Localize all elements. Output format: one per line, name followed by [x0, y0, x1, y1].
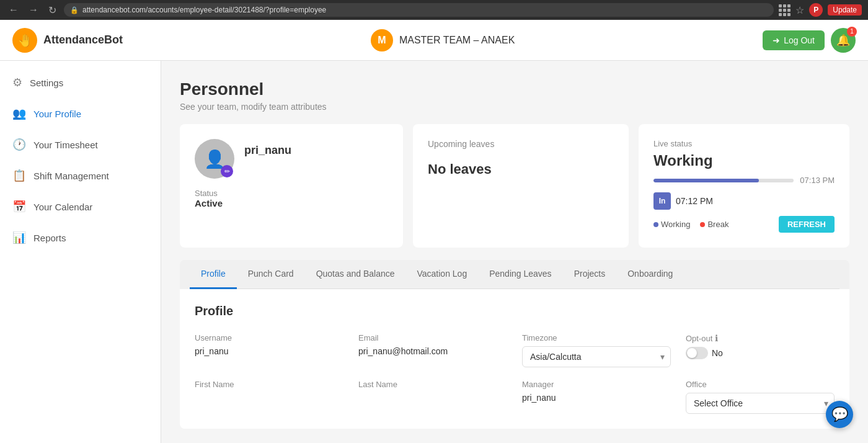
- clock-icon: 🕐: [12, 138, 26, 151]
- browser-chrome: ← → ↻ 🔒 attendancebot.com/accounts/emplo…: [0, 0, 868, 20]
- legend-break: Break: [700, 220, 728, 229]
- sidebar-item-shift-management-label: Shift Management: [33, 171, 109, 181]
- browser-star-button[interactable]: ☆: [795, 4, 804, 16]
- browser-forward-button[interactable]: →: [26, 3, 41, 17]
- app-name: AttendanceBot: [43, 34, 123, 47]
- legend-row: Working Break REFRESH: [653, 216, 835, 233]
- notification-button[interactable]: 🔔 1: [831, 28, 856, 53]
- live-status-card: Live status Working 07:13 PM In 07:12 PM…: [639, 124, 849, 248]
- app-header: 🤚 AttendanceBot M MASTER TEAM – ANAEK ➜ …: [0, 20, 868, 61]
- live-status-label: Live status: [653, 139, 835, 148]
- optout-field: Opt-out ℹ No: [686, 333, 835, 367]
- team-info: M MASTER TEAM – ANAEK: [371, 29, 515, 51]
- timezone-select[interactable]: Asia/Calcutta: [522, 346, 671, 367]
- leaves-heading: Upcoming leaves: [428, 139, 614, 149]
- browser-update-button[interactable]: Update: [828, 4, 862, 16]
- manager-value: pri_nanu: [522, 393, 671, 403]
- sidebar-item-your-profile-label: Your Profile: [33, 109, 81, 119]
- logo-icon: 🤚: [12, 28, 37, 53]
- progress-row: 07:13 PM: [653, 176, 835, 185]
- info-icon[interactable]: ℹ: [715, 333, 718, 343]
- app-logo: 🤚 AttendanceBot: [12, 28, 123, 53]
- punch-in-icon: In: [653, 192, 671, 210]
- tab-projects[interactable]: Projects: [563, 260, 617, 289]
- tab-quotas-and-balance[interactable]: Quotas and Balance: [305, 260, 406, 289]
- optout-label: Opt-out ℹ: [686, 333, 835, 343]
- progress-time: 07:13 PM: [800, 176, 835, 185]
- sidebar-item-reports-label: Reports: [33, 233, 66, 243]
- sidebar-item-your-timesheet-label: Your Timesheet: [33, 140, 98, 150]
- status-label: Status: [195, 189, 388, 198]
- edit-icon: ✏: [224, 168, 230, 176]
- tab-profile[interactable]: Profile: [190, 260, 237, 289]
- page-title: Personnel: [180, 79, 849, 99]
- sidebar-item-shift-management[interactable]: 📋 Shift Management: [0, 160, 161, 191]
- punch-time: 07:12 PM: [676, 196, 713, 206]
- legend-working: Working: [653, 220, 690, 229]
- email-value: pri_nanu@hotmail.com: [358, 346, 507, 356]
- page-subtitle: See your team, modify team attributes: [180, 102, 849, 112]
- notification-badge: 1: [847, 27, 857, 37]
- url-text: attendancebot.com/accounts/employee-deta…: [82, 6, 326, 14]
- profile-card: 👤 ✏ pri_nanu Status Active: [180, 124, 403, 248]
- username-field: Username pri_nanu: [195, 333, 343, 367]
- email-label: Email: [358, 333, 507, 342]
- toggle-knob: [687, 348, 697, 358]
- logout-button[interactable]: ➜ Log Out: [763, 30, 825, 50]
- firstname-field: First Name: [195, 380, 343, 414]
- main-content: Personnel See your team, modify team att…: [161, 61, 868, 443]
- punch-row: In 07:12 PM: [653, 192, 835, 210]
- calendar-icon: 📅: [12, 200, 26, 213]
- email-field: Email pri_nanu@hotmail.com: [358, 333, 507, 367]
- username-value: pri_nanu: [195, 346, 343, 356]
- profile-avatar-wrap: 👤 ✏ pri_nanu: [195, 139, 388, 179]
- optout-toggle[interactable]: [686, 347, 708, 359]
- refresh-button[interactable]: REFRESH: [779, 216, 835, 233]
- tab-pending-leaves[interactable]: Pending Leaves: [478, 260, 562, 289]
- team-name: MASTER TEAM – ANAEK: [399, 35, 515, 46]
- break-dot: [700, 222, 705, 227]
- sidebar-item-your-calendar[interactable]: 📅 Your Calendar: [0, 191, 161, 222]
- edit-avatar-button[interactable]: ✏: [221, 165, 233, 177]
- header-actions: ➜ Log Out 🔔 1: [763, 28, 856, 53]
- browser-back-button[interactable]: ←: [6, 3, 21, 17]
- grid-icon[interactable]: [779, 4, 790, 16]
- sidebar-item-your-timesheet[interactable]: 🕐 Your Timesheet: [0, 129, 161, 160]
- timezone-select-wrap[interactable]: Asia/Calcutta ▾: [522, 346, 671, 367]
- logout-label: Log Out: [784, 35, 815, 45]
- chat-bubble-button[interactable]: 💬: [826, 401, 853, 428]
- team-avatar: M: [371, 29, 393, 51]
- office-select[interactable]: Select Office: [686, 393, 835, 414]
- progress-bar-fill: [653, 179, 759, 182]
- office-field[interactable]: Office Select Office ▾: [686, 380, 835, 414]
- progress-bar: [653, 179, 794, 182]
- sidebar-item-settings[interactable]: ⚙ Settings: [0, 67, 161, 98]
- leaves-card: Upcoming leaves No leaves: [413, 124, 629, 248]
- legend-working-label: Working: [661, 220, 690, 229]
- optout-value: No: [712, 348, 723, 358]
- working-dot: [653, 222, 658, 227]
- manager-label: Manager: [522, 380, 671, 389]
- app-body: ⚙ Settings 👥 Your Profile 🕐 Your Timeshe…: [0, 61, 868, 443]
- profile-form: Username pri_nanu Email pri_nanu@hotmail…: [195, 333, 835, 414]
- profile-username: pri_nanu: [244, 144, 291, 157]
- manager-field: Manager pri_nanu: [522, 380, 671, 414]
- office-select-wrap[interactable]: Select Office ▾: [686, 393, 835, 414]
- tab-vacation-log[interactable]: Vacation Log: [406, 260, 479, 289]
- timezone-field[interactable]: Timezone Asia/Calcutta ▾: [522, 333, 671, 367]
- optout-row: No: [686, 347, 835, 359]
- browser-refresh-button[interactable]: ↻: [46, 3, 59, 17]
- no-leaves-text: No leaves: [428, 161, 614, 177]
- address-bar[interactable]: 🔒 attendancebot.com/accounts/employee-de…: [64, 3, 774, 17]
- tabs-row: Profile Punch Card Quotas and Balance Va…: [190, 260, 839, 289]
- tab-onboarding[interactable]: Onboarding: [616, 260, 684, 289]
- profile-section-title: Profile: [195, 304, 835, 318]
- sidebar-item-your-profile[interactable]: 👥 Your Profile: [0, 98, 161, 129]
- status-value: Active: [195, 198, 388, 208]
- sidebar-item-reports[interactable]: 📊 Reports: [0, 222, 161, 253]
- browser-actions: ☆ P Update: [779, 3, 862, 17]
- cards-row: 👤 ✏ pri_nanu Status Active Upcoming leav…: [180, 124, 849, 248]
- lock-icon: 🔒: [70, 6, 79, 14]
- tab-punch-card[interactable]: Punch Card: [237, 260, 305, 289]
- username-label: Username: [195, 333, 343, 342]
